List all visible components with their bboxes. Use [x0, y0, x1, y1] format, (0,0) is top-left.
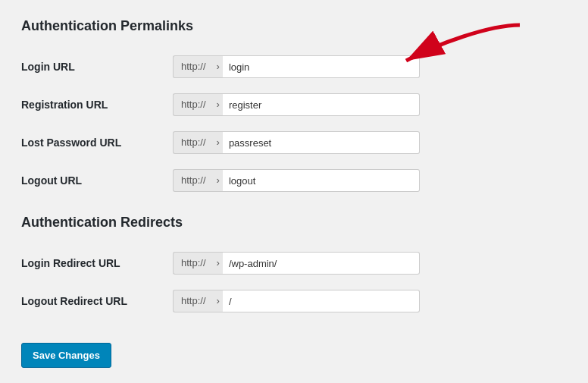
registration-url-label: Registration URL	[21, 86, 173, 124]
logout-url-label: Logout URL	[21, 162, 173, 199]
table-row: Login Redirect URL http:// ›	[21, 244, 567, 282]
login-url-separator: ›	[214, 55, 223, 78]
redirects-table: Login Redirect URL http:// › Logout Redi…	[21, 244, 567, 320]
login-redirect-url-input[interactable]	[223, 252, 420, 275]
login-url-prefix: http://	[173, 55, 214, 78]
page-container: Authentication Permalinks Login URL http…	[0, 0, 588, 383]
logout-redirect-url-input[interactable]	[223, 290, 420, 312]
lost-password-url-separator: ›	[214, 131, 223, 154]
login-redirect-url-separator: ›	[214, 252, 223, 275]
logout-redirect-url-prefix: http://	[173, 290, 214, 312]
logout-url-prefix: http://	[173, 169, 214, 192]
permalinks-section-title: Authentication Permalinks	[21, 18, 567, 34]
logout-redirect-url-separator: ›	[214, 290, 223, 312]
table-row: Login URL http:// ›	[21, 48, 567, 86]
login-redirect-url-label: Login Redirect URL	[21, 244, 173, 282]
login-url-label: Login URL	[21, 48, 173, 86]
lost-password-url-field-group: http:// ›	[173, 131, 567, 154]
login-url-input[interactable]	[223, 55, 420, 78]
logout-url-separator: ›	[214, 169, 223, 192]
registration-url-input[interactable]	[223, 93, 420, 116]
login-redirect-url-prefix: http://	[173, 252, 214, 275]
logout-url-field-group: http:// ›	[173, 169, 567, 192]
logout-url-input[interactable]	[223, 169, 420, 192]
redirects-section-title: Authentication Redirects	[21, 215, 567, 231]
lost-password-url-input[interactable]	[223, 131, 420, 154]
login-redirect-url-field-group: http:// ›	[173, 252, 567, 275]
registration-url-field-group: http:// ›	[173, 93, 567, 116]
registration-url-separator: ›	[214, 93, 223, 116]
registration-url-prefix: http://	[173, 93, 214, 116]
logout-redirect-url-field-group: http:// ›	[173, 290, 567, 312]
logout-redirect-url-label: Logout Redirect URL	[21, 282, 173, 320]
table-row: Lost Password URL http:// ›	[21, 124, 567, 162]
login-url-field-group: http:// ›	[173, 55, 567, 78]
table-row: Registration URL http:// ›	[21, 86, 567, 124]
lost-password-url-prefix: http://	[173, 131, 214, 154]
permalinks-table: Login URL http:// › Registration URL htt…	[21, 48, 567, 199]
table-row: Logout Redirect URL http:// ›	[21, 282, 567, 320]
table-row: Logout URL http:// ›	[21, 162, 567, 199]
lost-password-url-label: Lost Password URL	[21, 124, 173, 162]
save-changes-button[interactable]: Save Changes	[21, 343, 111, 368]
